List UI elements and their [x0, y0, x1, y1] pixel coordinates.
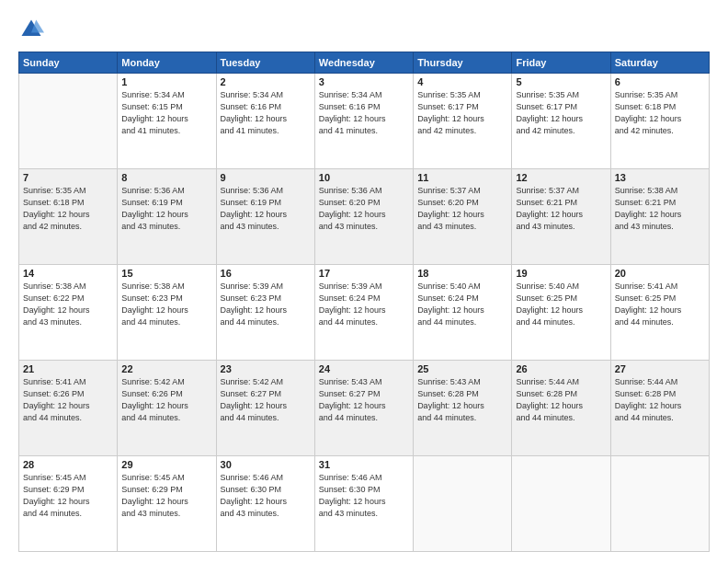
day-number: 12 — [516, 172, 606, 183]
day-number: 17 — [319, 268, 409, 279]
day-info: Sunrise: 5:36 AMSunset: 6:19 PMDaylight:… — [121, 185, 211, 233]
logo-icon — [18, 17, 44, 42]
calendar-cell: 21Sunrise: 5:41 AMSunset: 6:26 PMDayligh… — [19, 361, 118, 456]
calendar: SundayMondayTuesdayWednesdayThursdayFrid… — [18, 52, 710, 552]
day-info: Sunrise: 5:43 AMSunset: 6:27 PMDaylight:… — [319, 376, 409, 424]
day-number: 14 — [23, 268, 113, 279]
day-info: Sunrise: 5:41 AMSunset: 6:26 PMDaylight:… — [23, 376, 113, 424]
day-number: 10 — [319, 172, 409, 183]
day-number: 23 — [221, 363, 311, 374]
day-info: Sunrise: 5:34 AMSunset: 6:16 PMDaylight:… — [221, 89, 311, 137]
day-info: Sunrise: 5:38 AMSunset: 6:22 PMDaylight:… — [23, 281, 113, 328]
day-info: Sunrise: 5:45 AMSunset: 6:29 PMDaylight:… — [121, 472, 211, 520]
day-info: Sunrise: 5:40 AMSunset: 6:25 PMDaylight:… — [516, 281, 606, 328]
weekday-header-row: SundayMondayTuesdayWednesdayThursdayFrid… — [19, 52, 710, 74]
calendar-week-row: 21Sunrise: 5:41 AMSunset: 6:26 PMDayligh… — [19, 361, 710, 456]
day-info: Sunrise: 5:36 AMSunset: 6:20 PMDaylight:… — [319, 185, 409, 233]
day-info: Sunrise: 5:43 AMSunset: 6:28 PMDaylight:… — [417, 376, 507, 424]
day-number: 2 — [221, 76, 311, 87]
calendar-cell: 13Sunrise: 5:38 AMSunset: 6:21 PMDayligh… — [610, 169, 709, 265]
calendar-cell: 23Sunrise: 5:42 AMSunset: 6:27 PMDayligh… — [216, 361, 314, 456]
day-number: 25 — [417, 363, 507, 374]
day-number: 26 — [516, 363, 606, 374]
day-number: 8 — [121, 172, 211, 183]
weekday-header-saturday: Saturday — [610, 52, 709, 74]
day-number: 21 — [23, 363, 113, 374]
calendar-cell: 14Sunrise: 5:38 AMSunset: 6:22 PMDayligh… — [19, 265, 118, 361]
day-info: Sunrise: 5:39 AMSunset: 6:24 PMDaylight:… — [319, 281, 409, 328]
day-info: Sunrise: 5:35 AMSunset: 6:17 PMDaylight:… — [516, 89, 606, 137]
day-info: Sunrise: 5:35 AMSunset: 6:18 PMDaylight:… — [23, 185, 113, 233]
calendar-cell: 2Sunrise: 5:34 AMSunset: 6:16 PMDaylight… — [216, 74, 314, 169]
calendar-week-row: 28Sunrise: 5:45 AMSunset: 6:29 PMDayligh… — [19, 456, 710, 552]
calendar-cell: 26Sunrise: 5:44 AMSunset: 6:28 PMDayligh… — [512, 361, 610, 456]
calendar-cell: 8Sunrise: 5:36 AMSunset: 6:19 PMDaylight… — [118, 169, 216, 265]
logo — [18, 17, 48, 42]
calendar-cell: 27Sunrise: 5:44 AMSunset: 6:28 PMDayligh… — [610, 361, 709, 456]
calendar-cell: 11Sunrise: 5:37 AMSunset: 6:20 PMDayligh… — [414, 169, 512, 265]
day-info: Sunrise: 5:39 AMSunset: 6:23 PMDaylight:… — [221, 281, 311, 328]
calendar-cell — [414, 456, 512, 552]
day-info: Sunrise: 5:42 AMSunset: 6:27 PMDaylight:… — [221, 376, 311, 424]
page: SundayMondayTuesdayWednesdayThursdayFrid… — [0, 0, 728, 563]
calendar-cell: 6Sunrise: 5:35 AMSunset: 6:18 PMDaylight… — [610, 74, 709, 169]
calendar-cell: 28Sunrise: 5:45 AMSunset: 6:29 PMDayligh… — [19, 456, 118, 552]
weekday-header-friday: Friday — [512, 52, 610, 74]
calendar-cell: 31Sunrise: 5:46 AMSunset: 6:30 PMDayligh… — [314, 456, 413, 552]
calendar-cell: 22Sunrise: 5:42 AMSunset: 6:26 PMDayligh… — [118, 361, 216, 456]
day-number: 19 — [516, 268, 606, 279]
day-number: 3 — [319, 76, 409, 87]
calendar-cell: 1Sunrise: 5:34 AMSunset: 6:15 PMDaylight… — [118, 74, 216, 169]
day-number: 11 — [417, 172, 507, 183]
calendar-cell: 17Sunrise: 5:39 AMSunset: 6:24 PMDayligh… — [314, 265, 413, 361]
day-info: Sunrise: 5:37 AMSunset: 6:21 PMDaylight:… — [516, 185, 606, 233]
day-number: 29 — [121, 459, 211, 470]
day-info: Sunrise: 5:38 AMSunset: 6:21 PMDaylight:… — [615, 185, 705, 233]
day-number: 1 — [121, 76, 211, 87]
calendar-cell — [610, 456, 709, 552]
day-info: Sunrise: 5:38 AMSunset: 6:23 PMDaylight:… — [121, 281, 211, 328]
weekday-header-thursday: Thursday — [414, 52, 512, 74]
calendar-week-row: 14Sunrise: 5:38 AMSunset: 6:22 PMDayligh… — [19, 265, 710, 361]
calendar-cell: 10Sunrise: 5:36 AMSunset: 6:20 PMDayligh… — [314, 169, 413, 265]
day-number: 22 — [121, 363, 211, 374]
weekday-header-sunday: Sunday — [19, 52, 118, 74]
day-number: 13 — [615, 172, 705, 183]
calendar-cell: 5Sunrise: 5:35 AMSunset: 6:17 PMDaylight… — [512, 74, 610, 169]
day-number: 18 — [417, 268, 507, 279]
day-info: Sunrise: 5:35 AMSunset: 6:18 PMDaylight:… — [615, 89, 705, 137]
day-number: 27 — [615, 363, 705, 374]
day-info: Sunrise: 5:41 AMSunset: 6:25 PMDaylight:… — [615, 281, 705, 328]
calendar-cell: 29Sunrise: 5:45 AMSunset: 6:29 PMDayligh… — [118, 456, 216, 552]
day-number: 15 — [121, 268, 211, 279]
calendar-cell: 12Sunrise: 5:37 AMSunset: 6:21 PMDayligh… — [512, 169, 610, 265]
calendar-cell: 4Sunrise: 5:35 AMSunset: 6:17 PMDaylight… — [414, 74, 512, 169]
day-info: Sunrise: 5:34 AMSunset: 6:16 PMDaylight:… — [319, 89, 409, 137]
day-number: 28 — [23, 459, 113, 470]
day-info: Sunrise: 5:37 AMSunset: 6:20 PMDaylight:… — [417, 185, 507, 233]
calendar-cell — [512, 456, 610, 552]
calendar-cell: 20Sunrise: 5:41 AMSunset: 6:25 PMDayligh… — [610, 265, 709, 361]
calendar-cell — [19, 74, 118, 169]
day-number: 5 — [516, 76, 606, 87]
calendar-week-row: 7Sunrise: 5:35 AMSunset: 6:18 PMDaylight… — [19, 169, 710, 265]
weekday-header-monday: Monday — [118, 52, 216, 74]
calendar-cell: 25Sunrise: 5:43 AMSunset: 6:28 PMDayligh… — [414, 361, 512, 456]
day-info: Sunrise: 5:40 AMSunset: 6:24 PMDaylight:… — [417, 281, 507, 328]
calendar-cell: 30Sunrise: 5:46 AMSunset: 6:30 PMDayligh… — [216, 456, 314, 552]
weekday-header-tuesday: Tuesday — [216, 52, 314, 74]
weekday-header-wednesday: Wednesday — [314, 52, 413, 74]
calendar-cell: 18Sunrise: 5:40 AMSunset: 6:24 PMDayligh… — [414, 265, 512, 361]
calendar-cell: 3Sunrise: 5:34 AMSunset: 6:16 PMDaylight… — [314, 74, 413, 169]
day-number: 7 — [23, 172, 113, 183]
calendar-week-row: 1Sunrise: 5:34 AMSunset: 6:15 PMDaylight… — [19, 74, 710, 169]
calendar-cell: 19Sunrise: 5:40 AMSunset: 6:25 PMDayligh… — [512, 265, 610, 361]
day-info: Sunrise: 5:34 AMSunset: 6:15 PMDaylight:… — [121, 89, 211, 137]
day-info: Sunrise: 5:45 AMSunset: 6:29 PMDaylight:… — [23, 472, 113, 520]
day-info: Sunrise: 5:36 AMSunset: 6:19 PMDaylight:… — [221, 185, 311, 233]
day-number: 24 — [319, 363, 409, 374]
calendar-cell: 7Sunrise: 5:35 AMSunset: 6:18 PMDaylight… — [19, 169, 118, 265]
day-number: 6 — [615, 76, 705, 87]
day-info: Sunrise: 5:44 AMSunset: 6:28 PMDaylight:… — [615, 376, 705, 424]
day-number: 4 — [417, 76, 507, 87]
